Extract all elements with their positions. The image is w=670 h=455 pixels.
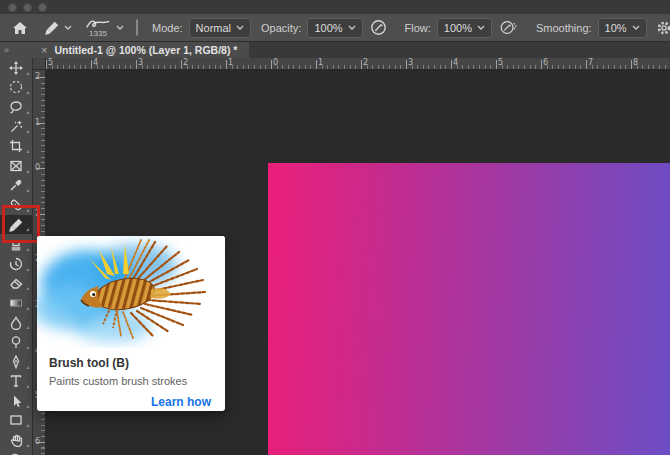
mode-select[interactable]: Normal <box>189 18 251 38</box>
type-tool[interactable] <box>0 372 32 392</box>
eyedropper-tool[interactable] <box>0 176 32 196</box>
flow-value: 100% <box>444 22 472 34</box>
double-chevron-icon: » <box>4 45 9 55</box>
ruler-corner <box>33 58 46 70</box>
document-tab-bar: × Untitled-1 @ 100% (Layer 1, RGB/8) * <box>33 42 670 58</box>
chevron-down-icon <box>632 25 640 30</box>
path-select-tool[interactable] <box>0 391 32 411</box>
chevron-down-icon <box>348 25 356 30</box>
pen-tool[interactable] <box>0 352 32 372</box>
lionfish-illustration <box>37 236 225 348</box>
opacity-label: Opacity: <box>261 22 301 34</box>
learn-how-link[interactable]: Learn how <box>37 395 211 409</box>
smoothing-label: Smoothing: <box>536 22 592 34</box>
crop-tool[interactable] <box>0 136 32 156</box>
tool-highlight-box <box>2 205 40 243</box>
mode-value: Normal <box>196 22 231 34</box>
brush-size-value: 1335 <box>89 30 107 38</box>
brush-stroke-preview-icon <box>84 18 112 30</box>
opacity-value: 100% <box>314 22 342 34</box>
document-tab-title: Untitled-1 @ 100% (Layer 1, RGB/8) * <box>54 44 237 56</box>
brush-preset-picker[interactable]: 1335 <box>84 18 112 38</box>
zoom-window-icon[interactable] <box>38 3 47 12</box>
pressure-opacity-icon[interactable] <box>370 19 387 36</box>
move-tool[interactable] <box>0 58 32 78</box>
frame-tool[interactable] <box>0 156 32 176</box>
lasso-tool[interactable] <box>0 97 32 117</box>
gear-icon[interactable] <box>656 20 670 36</box>
airbrush-icon[interactable] <box>499 20 518 35</box>
close-window-icon[interactable] <box>8 3 17 12</box>
smoothing-field[interactable]: 10% <box>598 18 647 38</box>
chevron-down-icon <box>236 25 244 30</box>
minimize-window-icon[interactable] <box>23 3 32 12</box>
chevron-down-icon <box>477 25 485 30</box>
flow-field[interactable]: 100% <box>437 18 492 38</box>
horizontal-ruler[interactable]: 543210123456789 <box>33 58 670 70</box>
magic-wand-tool[interactable] <box>0 117 32 137</box>
tooltip-title: Brush tool (B) <box>49 356 213 370</box>
photoshop-window: 1335 Mode: Normal Opacity: 100% Flow: 10… <box>0 0 670 455</box>
chevron-down-icon[interactable] <box>64 25 72 30</box>
tools-list <box>0 58 32 455</box>
history-brush-tool[interactable] <box>0 254 32 274</box>
shape-tool[interactable] <box>0 411 32 431</box>
close-tab-icon[interactable]: × <box>41 44 47 56</box>
zoom-tool[interactable] <box>0 450 32 455</box>
flow-label: Flow: <box>405 22 431 34</box>
smoothing-value: 10% <box>605 22 627 34</box>
dodge-tool[interactable] <box>0 332 32 352</box>
brush-icon[interactable] <box>44 20 60 36</box>
blur-tool[interactable] <box>0 313 32 333</box>
home-icon[interactable] <box>12 20 28 36</box>
gradient-tool[interactable] <box>0 293 32 313</box>
tooltip-description: Paints custom brush strokes <box>49 375 213 387</box>
title-bar <box>0 0 670 14</box>
document-tab[interactable]: × Untitled-1 @ 100% (Layer 1, RGB/8) * <box>33 42 249 58</box>
marquee-tool[interactable] <box>0 78 32 98</box>
toggle-brush-panel-icon[interactable] <box>136 19 138 36</box>
mode-label: Mode: <box>152 22 183 34</box>
tools-panel <box>0 58 33 455</box>
tools-panel-header[interactable]: » <box>0 42 33 58</box>
options-bar: 1335 Mode: Normal Opacity: 100% Flow: 10… <box>0 14 670 42</box>
eraser-tool[interactable] <box>0 274 32 294</box>
hand-tool[interactable] <box>0 430 32 450</box>
brush-tooltip: Brush tool (B) Paints custom brush strok… <box>37 236 225 411</box>
opacity-field[interactable]: 100% <box>307 18 362 38</box>
document-canvas[interactable] <box>268 163 670 455</box>
chevron-down-icon[interactable] <box>116 25 124 30</box>
